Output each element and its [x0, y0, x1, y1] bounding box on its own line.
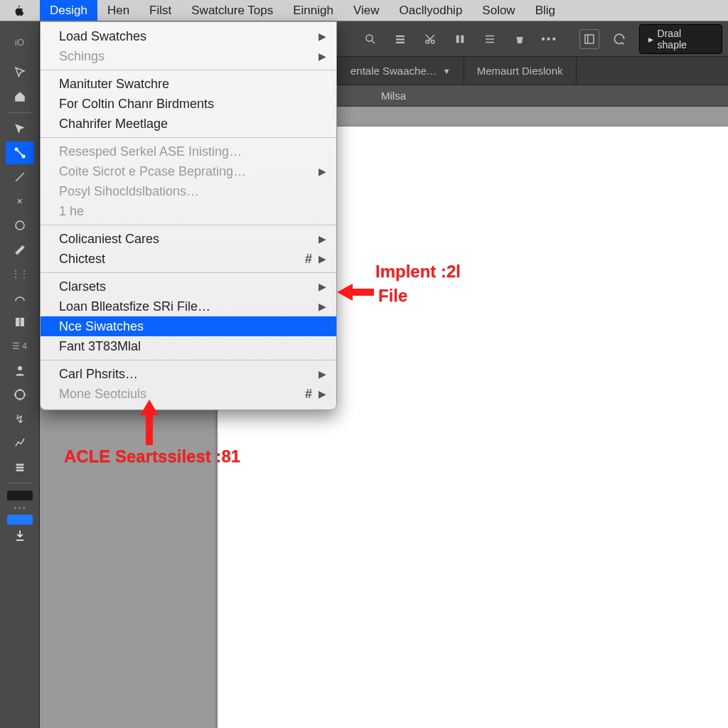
menu-item-label: 1 he — [59, 204, 84, 219]
menu-coite: Coite Sicrot e Pcase Beprating…▶ — [41, 161, 336, 181]
menu-chictest[interactable]: Chictest#▶ — [41, 249, 336, 269]
circle-tool-icon[interactable] — [6, 214, 34, 237]
submenu-arrow-icon: ▶ — [318, 50, 326, 62]
list-icon[interactable] — [390, 29, 410, 49]
menu-item-label: Schings — [59, 49, 105, 64]
menu-label: Blig — [535, 4, 555, 18]
menu-oacllyodhip[interactable]: Oacllyodhip — [390, 0, 473, 21]
menu-item-label: Manituter Swatchre — [59, 77, 169, 92]
svg-rect-18 — [585, 35, 594, 43]
menu-manituter[interactable]: Manituter Swatchre — [41, 74, 336, 94]
submenu-arrow-icon: ▶ — [318, 281, 326, 292]
dots-indicator-icon: • • • — [6, 502, 34, 513]
menu-blig[interactable]: Blig — [525, 0, 565, 21]
curve-tool-icon[interactable] — [6, 287, 34, 309]
sub-header-label: Milsa — [381, 90, 406, 102]
menu-item-label: Clarsets — [59, 279, 106, 294]
target-tool-icon[interactable] — [6, 383, 34, 406]
wrench-tool-icon[interactable]: ↯ — [6, 407, 34, 430]
menu-item-label: Fant 3T83Mlal — [59, 339, 141, 354]
distribute-icon[interactable] — [480, 29, 500, 49]
dots-tool-icon[interactable]: ⋮⋮ — [6, 262, 34, 285]
node-tool-icon[interactable] — [6, 141, 34, 164]
menu-divider — [41, 70, 336, 70]
cut-icon[interactable] — [420, 29, 440, 49]
submenu-arrow-icon: ▶ — [318, 233, 326, 245]
menu-view[interactable]: View — [343, 0, 390, 21]
play-icon: ▸ — [648, 33, 653, 45]
swatch-dark[interactable] — [7, 491, 33, 500]
grid-tool-icon[interactable] — [6, 311, 34, 333]
menu-clarsets[interactable]: Clarsets▶ — [41, 277, 336, 296]
submenu-arrow-icon: ▶ — [318, 388, 326, 400]
apple-menu-icon[interactable] — [0, 0, 40, 21]
menu-tool-icon[interactable]: ☰ 4 — [6, 335, 34, 358]
menu-label: Desigh — [50, 4, 87, 18]
menu-loan-file[interactable]: Loan Blleatsfize SRi File…▶ — [41, 296, 336, 316]
svg-rect-8 — [16, 466, 23, 469]
search-icon[interactable] — [360, 29, 380, 49]
draw-shape-button[interactable]: ▸ Draal shaple — [639, 24, 722, 54]
menu-item-label: Mone Seotciuls — [59, 387, 146, 402]
menu-solow[interactable]: Solow — [472, 0, 525, 21]
menu-divider — [41, 272, 336, 273]
bucket-icon[interactable] — [510, 29, 530, 49]
menu-item-label: Posyl Sihocldslbations… — [59, 184, 199, 199]
menu-colicaniest[interactable]: Colicaniest Cares▶ — [41, 229, 336, 249]
menu-divider — [41, 137, 336, 138]
menu-swatclure[interactable]: Swatclure Tops — [181, 0, 283, 21]
stack-tool-icon[interactable] — [6, 456, 34, 478]
svg-rect-13 — [396, 41, 405, 43]
menu-fant[interactable]: Fant 3T83Mlal — [41, 336, 336, 356]
more-icon[interactable]: ••• — [540, 29, 560, 49]
menu-load-swatches[interactable]: Load Swatches▶ — [41, 26, 336, 46]
menubar: Desigh Hen Filst Swatclure Tops Einnigh … — [0, 0, 728, 21]
menu-carl[interactable]: Carl Phsrits…▶ — [41, 364, 336, 384]
tab-swaache[interactable]: entale Swaache… ▼ — [337, 57, 464, 85]
refresh-icon[interactable] — [609, 29, 629, 49]
menu-label: View — [353, 4, 380, 18]
menu-divider — [41, 225, 336, 225]
pointer-tool-icon[interactable] — [6, 61, 34, 84]
menu-item-label: Coite Sicrot e Pcase Beprating… — [59, 164, 246, 179]
menu-schings[interactable]: Schings▶ — [41, 46, 336, 66]
menu-coltin[interactable]: For Coltin Chanr Birdments — [41, 94, 336, 114]
submenu-arrow-icon: ▶ — [318, 31, 326, 42]
menu-item-label: Carl Phsrits… — [59, 367, 138, 382]
download-icon[interactable] — [6, 526, 34, 545]
graph-tool-icon[interactable] — [6, 432, 34, 454]
align-icon[interactable] — [450, 29, 470, 49]
menu-einnigh[interactable]: Einnigh — [283, 0, 343, 21]
menu-label: Filst — [149, 4, 171, 18]
home-tool-icon[interactable] — [6, 85, 34, 108]
menu-item-label: Colicaniest Cares — [59, 232, 159, 247]
menu-label: Oacllyodhip — [400, 4, 463, 18]
menu-design[interactable]: Desigh — [40, 0, 97, 21]
svg-rect-16 — [456, 35, 459, 43]
menu-hen[interactable]: Hen — [97, 0, 139, 21]
text-tool-icon[interactable]: × — [6, 190, 34, 213]
menu-filst[interactable]: Filst — [139, 0, 181, 21]
tab-dieslonk[interactable]: Memaurt Dieslonk — [464, 57, 577, 85]
menu-label: Solow — [482, 4, 515, 18]
person-tool-icon[interactable] — [6, 359, 34, 382]
menu-item-label: Nce Siwatches — [59, 319, 144, 334]
brush-tool-icon[interactable] — [6, 166, 34, 188]
tab-label: entale Swaache… — [350, 65, 437, 77]
menu-nce-swatches[interactable]: Nce Siwatches — [41, 316, 336, 336]
shortcut-hash: # — [305, 387, 312, 402]
separator — [7, 483, 33, 483]
tab-label: Memaurt Dieslonk — [477, 65, 563, 77]
swatch-blue[interactable] — [7, 515, 33, 525]
tool-sidebar: iO × ⋮⋮ ☰ 4 ↯ • • • — [0, 21, 40, 728]
menu-chahrifer[interactable]: Chahrifer Meetlage — [41, 114, 336, 134]
design-dropdown-menu: Load Swatches▶ Schings▶ Manituter Swatch… — [40, 21, 337, 410]
menu-item-label: Chahrifer Meetlage — [59, 117, 168, 132]
svg-rect-9 — [16, 469, 23, 471]
svg-point-2 — [16, 221, 24, 230]
panel1-icon[interactable] — [579, 29, 599, 49]
separator — [7, 112, 33, 113]
svg-point-5 — [18, 366, 22, 370]
knife-tool-icon[interactable] — [6, 238, 34, 261]
arrow-tool-icon[interactable] — [6, 117, 34, 140]
